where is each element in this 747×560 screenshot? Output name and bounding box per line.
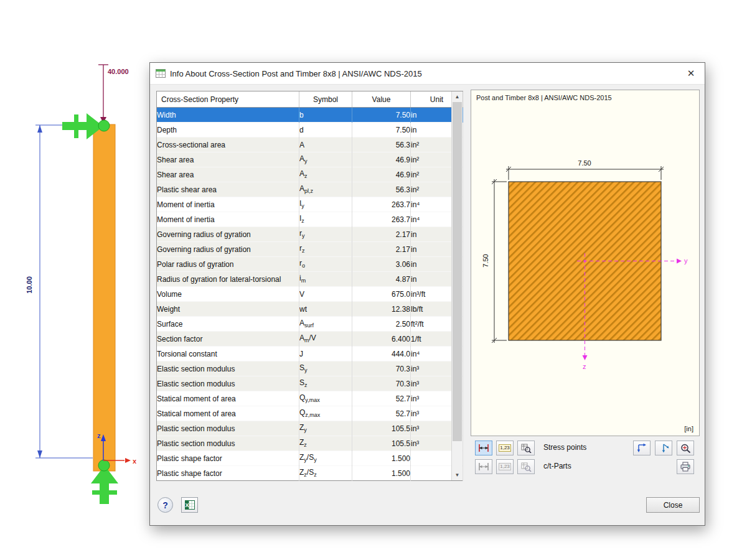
table-cell: Plastic section modulus xyxy=(157,436,299,451)
table-row[interactable]: Plastic shape factorZz/Sz1.500 xyxy=(157,466,463,481)
table-row[interactable]: Moment of inertiaIz263.7in⁴ xyxy=(157,212,463,227)
table-cell: 12.38 xyxy=(352,302,411,317)
dialog-titlebar: Info About Cross-Section Post and Timber… xyxy=(150,63,705,85)
table-row[interactable]: Statical moment of areaQy,max52.7in³ xyxy=(157,391,463,406)
help-button[interactable]: ? xyxy=(157,497,173,513)
axis-z-label: z xyxy=(97,432,101,439)
table-row[interactable]: Widthb7.50in xyxy=(157,108,463,123)
magnifier-table-icon xyxy=(521,444,532,453)
ct-details-button[interactable] xyxy=(517,459,535,474)
column-header: Value xyxy=(352,91,411,108)
table-cell: Shear area xyxy=(157,152,299,167)
table-scrollbar[interactable]: ▲ ▼ xyxy=(451,91,463,480)
table-cell: 6.400 xyxy=(352,332,411,347)
help-icon: ? xyxy=(162,500,168,510)
table-cell: J xyxy=(299,347,352,362)
table-cell: 52.7 xyxy=(352,406,411,421)
cross-section-info-dialog: Info About Cross-Section Post and Timber… xyxy=(149,62,705,526)
scroll-down-icon: ▼ xyxy=(455,472,460,478)
table-cell: 70.3 xyxy=(352,376,411,391)
table-row[interactable]: Depthd7.50in xyxy=(157,123,463,138)
section-preview-panel: Post and Timber 8x8 | ANSI/AWC NDS-2015 … xyxy=(471,90,700,436)
table-row[interactable]: Plastic shape factorZy/Sy1.500 xyxy=(157,451,463,466)
scroll-up-button[interactable]: ▲ xyxy=(452,91,463,102)
table-row[interactable]: Plastic section modulusZy105.5in³ xyxy=(157,421,463,436)
close-button[interactable]: Close xyxy=(646,497,700,513)
table-cell: Governing radius of gyration xyxy=(157,242,299,257)
depth-dimension xyxy=(492,179,507,343)
print-button[interactable] xyxy=(677,459,694,474)
table-cell: b xyxy=(299,108,352,123)
table-row[interactable]: Statical moment of areaQz,max52.7in³ xyxy=(157,406,463,421)
table-row[interactable]: SurfaceAsurf2.50ft²/ft xyxy=(157,317,463,332)
table-row[interactable]: Plastic shear areaApl,z56.3in² xyxy=(157,182,463,197)
cross-section-table-icon xyxy=(156,69,166,78)
table-cell: 2.17 xyxy=(352,227,411,242)
section-preview-svg: 7.50 7.50 y z [in] xyxy=(471,90,699,436)
table-row[interactable]: Elastic section modulusSz70.3in³ xyxy=(157,376,463,391)
table-cell: Elastic section modulus xyxy=(157,362,299,376)
table-cell: im xyxy=(299,272,352,287)
table-row[interactable]: Torsional constantJ444.0in⁴ xyxy=(157,347,463,362)
table-cell: Shear area xyxy=(157,167,299,182)
table-row[interactable]: Plastic section modulusZz105.5in³ xyxy=(157,436,463,451)
table-cell: 444.0 xyxy=(352,347,411,362)
preview-units-label: [in] xyxy=(684,425,693,432)
table-cell: Sy xyxy=(299,362,352,376)
height-dimension-label: 10.00 xyxy=(26,276,33,294)
table-cell: Qz,max xyxy=(299,406,352,421)
table-cell: Zy/Sy xyxy=(299,451,352,466)
table-cell: wt xyxy=(299,302,352,317)
table-cell: rz xyxy=(299,242,352,257)
export-excel-button[interactable]: X xyxy=(181,497,198,513)
column-header: Cross-Section Property xyxy=(157,91,299,108)
table-row[interactable]: Elastic section modulusSy70.3in³ xyxy=(157,362,463,376)
table-cell: Statical moment of area xyxy=(157,391,299,406)
table-cell: Zz/Sz xyxy=(299,466,352,481)
depth-dimension-label: 7.50 xyxy=(482,254,489,267)
table-cell: 675.0 xyxy=(352,287,411,302)
scroll-down-button[interactable]: ▼ xyxy=(452,470,463,480)
printer-icon xyxy=(680,462,691,472)
ct-dimensions-button[interactable] xyxy=(475,459,492,474)
table-row[interactable]: Shear areaAy46.9in² xyxy=(157,152,463,167)
scroll-thumb[interactable] xyxy=(453,102,462,441)
table-cell: 2.17 xyxy=(352,242,411,257)
table-row[interactable]: Governing radius of gyrationry2.17in xyxy=(157,227,463,242)
table-cell: Plastic shape factor xyxy=(157,451,299,466)
dimension-gray-icon xyxy=(478,462,489,471)
axes-xz-button[interactable] xyxy=(633,441,651,455)
section-zoom-button[interactable] xyxy=(677,441,694,455)
table-row[interactable]: Moment of inertiaIy263.7in⁴ xyxy=(157,197,463,212)
table-row[interactable]: Cross-sectional areaA56.3in² xyxy=(157,138,463,152)
table-cell: Elastic section modulus xyxy=(157,376,299,391)
table-cell: Apl,z xyxy=(299,182,352,197)
table-cell: 56.3 xyxy=(352,182,411,197)
table-row[interactable]: Radius of gyration for lateral-torsional… xyxy=(157,272,463,287)
table-row[interactable]: Section factorAm/V6.4001/ft xyxy=(157,332,463,347)
table-cell: Asurf xyxy=(299,317,352,332)
table-row[interactable]: VolumeV675.0in³/ft xyxy=(157,287,463,302)
table-cell: Governing radius of gyration xyxy=(157,227,299,242)
table-cell: Az xyxy=(299,167,352,182)
table-cell: 1.500 xyxy=(352,466,411,481)
width-dimension-label: 7.50 xyxy=(578,159,591,167)
axes-yz-button[interactable] xyxy=(655,441,672,455)
table-cell: A xyxy=(299,138,352,152)
sp-values-button[interactable]: 1,23 xyxy=(496,441,514,455)
stress-points-label: Stress points xyxy=(543,443,586,452)
table-row[interactable]: Governing radius of gyrationrz2.17in xyxy=(157,242,463,257)
top-node xyxy=(98,120,110,131)
table-row[interactable]: Weightwt12.38lb/ft xyxy=(157,302,463,317)
table-row[interactable]: Shear areaAz46.9in² xyxy=(157,167,463,182)
ct-values-button[interactable]: 1,23 xyxy=(496,459,514,474)
table-cell: Ay xyxy=(299,152,352,167)
table-row[interactable]: Polar radius of gyrationro3.06in xyxy=(157,257,463,272)
table-body: Widthb7.50inDepthd7.50inCross-sectional … xyxy=(157,108,463,481)
values-gray-icon: 1,23 xyxy=(499,463,511,470)
sp-details-button[interactable] xyxy=(517,441,535,455)
table-cell: Polar radius of gyration xyxy=(157,257,299,272)
close-icon[interactable]: ✕ xyxy=(677,63,705,83)
table-cell: 56.3 xyxy=(352,138,411,152)
sp-dimensions-button[interactable] xyxy=(475,441,492,455)
